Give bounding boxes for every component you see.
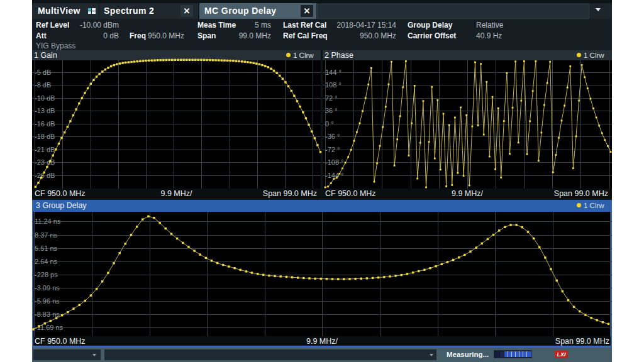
- svg-text:-13 dB: -13 dB: [35, 107, 55, 114]
- svg-text:36 °: 36 °: [325, 107, 338, 114]
- svg-text:-36 °: -36 °: [325, 133, 340, 140]
- svg-text:-18 dB: -18 dB: [35, 133, 55, 140]
- svg-text:5.51 ns: 5.51 ns: [35, 244, 58, 252]
- svg-text:-144 °: -144 °: [325, 172, 343, 179]
- svg-text:11.24 ns: 11.24 ns: [35, 217, 61, 225]
- svg-text:-5 dB: -5 dB: [35, 69, 51, 76]
- svg-text:8.37 ns: 8.37 ns: [35, 231, 58, 239]
- svg-text:-11.69 ns: -11.69 ns: [35, 324, 64, 331]
- svg-text:2.64 ns: 2.64 ns: [35, 258, 58, 265]
- svg-text:-228 ps: -228 ps: [35, 271, 58, 278]
- svg-text:144 °: 144 °: [325, 69, 341, 76]
- svg-text:-72 °: -72 °: [325, 146, 340, 153]
- svg-text:-21 dB: -21 dB: [35, 146, 55, 153]
- svg-text:-5.96 ns: -5.96 ns: [35, 297, 60, 305]
- svg-text:-8.83 ns: -8.83 ns: [35, 310, 60, 318]
- svg-text:108 °: 108 °: [325, 81, 341, 89]
- svg-text:-8 dB: -8 dB: [35, 81, 51, 89]
- svg-text:-3.09 ns: -3.09 ns: [35, 284, 60, 292]
- svg-text:-10 dB: -10 dB: [35, 94, 55, 102]
- svg-text:72 °: 72 °: [325, 94, 338, 102]
- svg-text:-108 °: -108 °: [325, 158, 343, 166]
- svg-text:-16 dB: -16 dB: [35, 120, 55, 128]
- svg-text:-23 dB: -23 dB: [35, 158, 55, 166]
- svg-text:0 °: 0 °: [325, 120, 334, 128]
